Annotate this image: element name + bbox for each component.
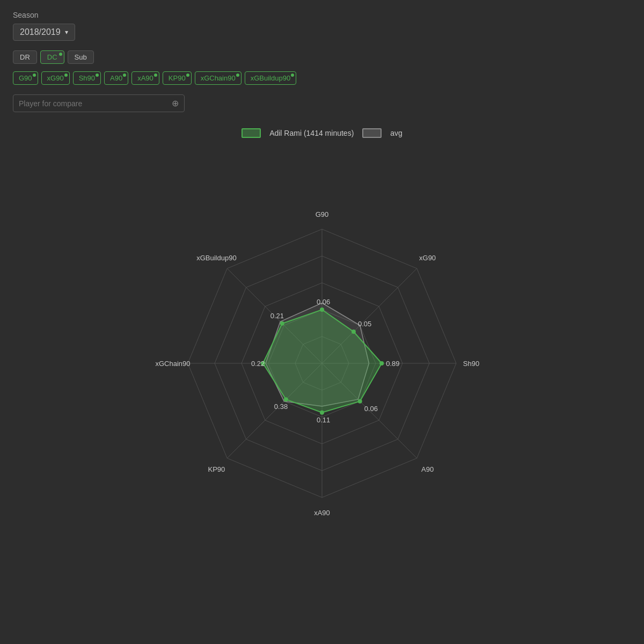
svg-text:0.05: 0.05 <box>358 320 371 328</box>
a90-dot <box>123 74 126 77</box>
svg-point-17 <box>352 330 356 334</box>
svg-point-15 <box>320 308 324 312</box>
metrics-row: G90 xG90 Sh90 A90 xA90 KP90 xGChain90 xG… <box>13 71 631 85</box>
filter-btn-sub[interactable]: Sub <box>68 50 94 64</box>
svg-text:xA90: xA90 <box>314 509 330 517</box>
search-row: ⊕ <box>13 94 631 112</box>
xa90-dot <box>154 74 157 77</box>
svg-point-29 <box>280 321 284 326</box>
svg-text:0.38: 0.38 <box>274 402 288 411</box>
season-label: Season <box>13 11 631 19</box>
page-container: Season 2018/2019 ▾ DR DC Sub G90 xG90 Sh… <box>0 0 644 644</box>
legend-green-box <box>241 128 261 138</box>
xgchain90-dot <box>236 74 239 77</box>
filter-btn-dc[interactable]: DC <box>40 50 64 64</box>
metric-btn-xgbuildup90[interactable]: xGBuildup90 <box>245 71 296 85</box>
metric-btn-sh90[interactable]: Sh90 <box>73 71 101 85</box>
dc-dot <box>59 53 62 56</box>
position-filter-row: DR DC Sub <box>13 50 631 64</box>
xgbuildup90-dot <box>291 74 294 77</box>
kp90-dot <box>186 74 189 77</box>
svg-text:xGChain90: xGChain90 <box>155 360 190 368</box>
svg-point-23 <box>320 411 324 415</box>
season-value: 2018/2019 <box>20 27 61 37</box>
metric-btn-xg90[interactable]: xG90 <box>41 71 70 85</box>
metric-btn-a90[interactable]: A90 <box>104 71 128 85</box>
xg90-dot <box>64 74 68 77</box>
svg-point-21 <box>358 399 362 404</box>
search-icon: ⊕ <box>172 98 179 108</box>
legend-avg-label: avg <box>390 129 402 137</box>
svg-text:0.89: 0.89 <box>386 360 399 368</box>
svg-point-25 <box>284 397 288 401</box>
g90-dot <box>33 74 36 77</box>
legend-gray-box <box>362 128 382 138</box>
metric-btn-xa90[interactable]: xA90 <box>131 71 159 85</box>
season-dropdown[interactable]: 2018/2019 ▾ <box>13 24 75 41</box>
svg-text:0.11: 0.11 <box>317 416 330 424</box>
metric-btn-xgchain90[interactable]: xGChain90 <box>195 71 241 85</box>
legend: Adil Rami (1414 minutes) avg <box>13 128 631 138</box>
metric-btn-kp90[interactable]: KP90 <box>163 71 192 85</box>
chart-container: 0.060.050.890.060.110.380.220.21G90xG90S… <box>13 149 631 567</box>
svg-text:xG90: xG90 <box>419 254 436 262</box>
svg-text:0.22: 0.22 <box>251 360 265 368</box>
svg-text:0.06: 0.06 <box>317 298 330 306</box>
legend-player-name: Adil Rami (1414 minutes) <box>269 129 354 137</box>
svg-text:0.21: 0.21 <box>270 312 284 320</box>
svg-text:Sh90: Sh90 <box>463 360 479 368</box>
svg-text:G90: G90 <box>316 210 329 218</box>
svg-text:xGBuildup90: xGBuildup90 <box>196 254 236 262</box>
sh90-dot <box>96 74 99 77</box>
chevron-down-icon: ▾ <box>65 28 68 36</box>
radar-chart: 0.060.050.890.060.110.380.220.21G90xG90S… <box>129 165 515 551</box>
metric-btn-g90[interactable]: G90 <box>13 71 38 85</box>
search-box[interactable]: ⊕ <box>13 94 185 112</box>
svg-text:A90: A90 <box>421 465 434 473</box>
svg-point-19 <box>379 361 384 365</box>
svg-text:0.06: 0.06 <box>364 405 378 413</box>
search-input[interactable] <box>19 99 167 108</box>
svg-text:KP90: KP90 <box>208 465 225 473</box>
filter-btn-dr[interactable]: DR <box>13 50 37 64</box>
